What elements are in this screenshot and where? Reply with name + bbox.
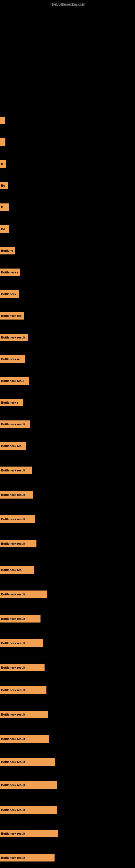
bar-label: Bottleneck resul <box>1 379 24 382</box>
bar-row: Bottleneck result <box>0 421 30 428</box>
bar-label: B <box>1 206 3 209</box>
bar-label: Bottleneck result <box>1 493 25 496</box>
bar-row <box>0 138 5 146</box>
bar-label: Bottleneck result <box>1 832 25 835</box>
bar-label: Bottleneck r <box>1 271 18 274</box>
bar-row: Bottleneck result <box>0 781 57 789</box>
bar-label: Bottlene <box>1 249 13 252</box>
bar-row: Bottleneck result <box>0 758 55 766</box>
bar-row: Bottleneck result <box>0 590 47 598</box>
bar-label: Bottleneck re <box>1 358 20 361</box>
bar-row: Bottleneck result <box>0 686 46 694</box>
bar-label: Bottleneck result <box>1 593 25 596</box>
bar-row: B <box>0 160 6 167</box>
bar-row: Bottleneck r <box>0 269 20 276</box>
bar-label: Bottleneck result <box>1 336 25 339</box>
bar-row: Bottleneck result <box>0 639 43 647</box>
bar-row: Bottleneck result <box>0 615 41 622</box>
bar-row: Bottleneck res <box>0 442 26 450</box>
bar-row: Bottleneck r <box>0 399 23 406</box>
bar-label: Bottleneck <box>1 292 16 296</box>
bar-row: Bottleneck result <box>0 854 54 862</box>
bar-row: Bo <box>0 182 8 189</box>
bar-row: Bottleneck res <box>0 312 24 319</box>
bar-label: Bottleneck result <box>1 760 25 764</box>
bar-label: Bottleneck result <box>1 542 25 545</box>
bar-row: Bottleneck resul <box>0 377 29 384</box>
bar-label: Bottleneck result <box>1 713 25 716</box>
bar-label: Bottleneck result <box>1 642 25 645</box>
bar-row: Bottleneck result <box>0 467 32 474</box>
bar-label: Bottleneck r <box>1 401 18 404</box>
bar-row: Bottleneck result <box>0 540 37 547</box>
bar-row: Bottleneck result <box>0 806 57 814</box>
bar-row: Bottleneck result <box>0 830 58 837</box>
bar-row: Bottleneck result <box>0 735 49 743</box>
bar-row: Bottleneck res <box>0 566 34 574</box>
site-title: TheBottlenecker.com <box>50 2 85 6</box>
bar-row: Bottleneck result <box>0 491 33 499</box>
bar-label: Bottleneck result <box>1 423 25 426</box>
bar-row: Bottleneck <box>0 290 19 298</box>
bar-row: Bottleneck result <box>0 711 48 718</box>
bar-row: Bottleneck result <box>0 516 35 523</box>
bar-row: Bo <box>0 225 9 233</box>
bar-label: Bo <box>1 184 5 187</box>
bar-label: Bottleneck result <box>1 617 25 620</box>
bar-label: Bottleneck result <box>1 518 25 521</box>
bar-row: Bottleneck result <box>0 664 45 671</box>
bar-label: Bottleneck res <box>1 568 21 571</box>
bar-label: Bottleneck res <box>1 444 21 447</box>
bar-label: Bottleneck result <box>1 688 25 692</box>
bar-label: Bottleneck result <box>1 469 25 472</box>
bar-label: Bottleneck result <box>1 666 25 669</box>
bar-row <box>0 117 5 124</box>
bar-label: Bottleneck result <box>1 783 25 786</box>
bar-label: Bottleneck result <box>1 856 25 859</box>
bar-row: Bottleneck re <box>0 355 25 363</box>
bar-label: Bottleneck result <box>1 808 25 812</box>
bar-row: Bottlene <box>0 247 15 254</box>
bar-label: B <box>1 162 3 165</box>
bar-label: Bottleneck res <box>1 314 21 317</box>
bar-row: Bottleneck result <box>0 334 28 341</box>
bar-label: Bo <box>1 227 5 230</box>
bar-row: B <box>0 204 9 211</box>
bar-label: Bottleneck result <box>1 737 25 741</box>
